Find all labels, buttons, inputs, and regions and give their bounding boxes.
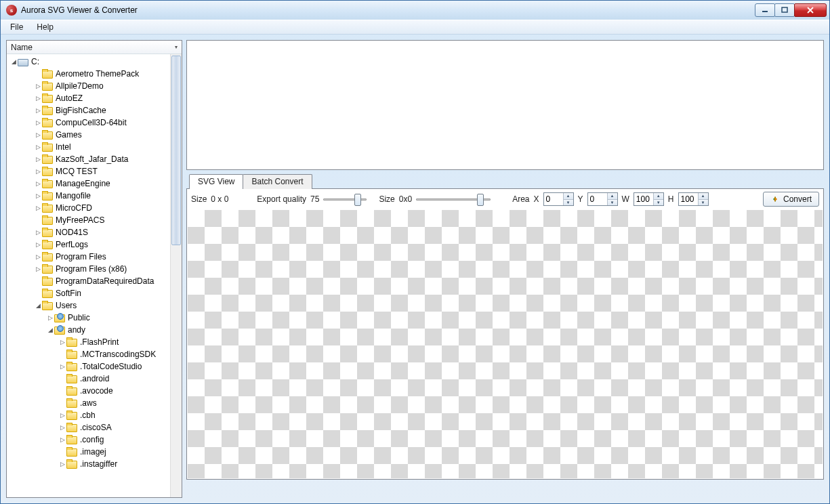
tree-node[interactable]: ▷.avocode [7,385,170,397]
area-h-spinner[interactable]: ▲▼ [678,192,709,206]
tree-node[interactable]: ▷AutoEZ [7,92,170,104]
expander-closed-icon[interactable]: ▷ [34,95,42,102]
spin-down-icon[interactable]: ▼ [564,200,573,206]
area-w-input[interactable] [634,193,653,205]
tree-node[interactable]: ▷.aws [7,397,170,409]
expander-closed-icon[interactable]: ▷ [58,339,66,345]
tree-node[interactable]: ▷.imagej [7,446,170,458]
tree-node[interactable]: ◢Users [7,299,170,312]
expander-closed-icon[interactable]: ▷ [58,412,66,419]
tree-node[interactable]: ▷MyFreePACS [7,214,170,226]
tree-node[interactable]: ▷Allpile7Demo [7,80,170,92]
export-quality-slider[interactable] [323,193,367,205]
expander-open-icon[interactable]: ◢ [34,302,42,309]
tree-node[interactable]: ▷ManageEngine [7,177,170,190]
tree-node[interactable]: ▷BigFishCache [7,104,170,117]
spin-up-icon[interactable]: ▲ [699,193,708,200]
tree-scrollbar[interactable] [170,54,182,497]
area-h-label: H [668,194,674,204]
expander-closed-icon[interactable]: ▷ [58,363,66,370]
spin-down-icon[interactable]: ▼ [608,200,617,206]
expander-closed-icon[interactable]: ▷ [34,119,42,126]
tree-node[interactable]: ▷ProgramDataRequiredData [7,275,170,287]
scrollbar-thumb[interactable] [171,56,181,245]
tree-node[interactable]: ▷.instagiffer [7,458,170,470]
expander-closed-icon[interactable]: ▷ [34,229,42,236]
expander-closed-icon[interactable]: ▷ [34,266,42,272]
spin-down-icon[interactable]: ▼ [699,200,708,206]
tree-node[interactable]: ▷Program Files (x86) [7,263,170,275]
folder-icon [42,301,53,310]
expander-closed-icon[interactable]: ▷ [34,192,42,199]
tab-svg-view[interactable]: SVG View [189,174,243,189]
spin-down-icon[interactable]: ▼ [654,200,663,206]
minimize-button[interactable] [755,3,775,17]
tree-node[interactable]: ▷Program Files [7,251,170,263]
area-y-input[interactable] [588,193,607,205]
tree-node[interactable]: ▷.MCTranscodingSDK [7,348,170,360]
tree-node[interactable]: ▷Public [7,312,170,324]
tree-node[interactable]: ▷CompuCell3D-64bit [7,117,170,129]
tree-node[interactable]: ▷.TotalCodeStudio [7,360,170,373]
tree-node[interactable]: ▷Aerometro ThemePack [7,68,170,80]
area-x-input[interactable] [544,193,563,205]
expander-closed-icon[interactable]: ▷ [58,461,66,467]
tree-node[interactable]: ▷MCQ TEST [7,165,170,177]
maximize-button[interactable] [774,3,795,17]
expander-closed-icon[interactable]: ▷ [34,156,42,163]
expander-closed-icon[interactable]: ▷ [58,424,66,431]
tree-node[interactable]: ▷PerfLogs [7,238,170,251]
convert-button[interactable]: Convert [763,192,819,207]
tree-node[interactable]: ▷.cbh [7,409,170,421]
folder-icon [42,81,53,91]
expander-closed-icon[interactable]: ▷ [58,436,66,443]
area-x-spinner[interactable]: ▲▼ [543,192,574,206]
area-w-spinner[interactable]: ▲▼ [634,192,664,206]
spin-up-icon[interactable]: ▲ [564,193,573,200]
expander-closed-icon[interactable]: ▷ [34,83,42,89]
titlebar[interactable]: s Aurora SVG Viewer & Converter [1,1,829,20]
tree-node[interactable]: ▷.config [7,434,170,446]
tree-body[interactable]: ◢C:▷Aerometro ThemePack▷Allpile7Demo▷Aut… [7,54,170,497]
expander-closed-icon[interactable]: ▷ [34,241,42,248]
tree-node[interactable]: ▷SoftFin [7,287,170,299]
resize-slider[interactable] [416,193,491,205]
spin-up-icon[interactable]: ▲ [608,193,617,200]
expander-closed-icon[interactable]: ▷ [34,107,42,114]
expander-closed-icon[interactable]: ▷ [34,180,42,187]
tree-node[interactable]: ▷Intel [7,141,170,153]
tree-node-label: .cbh [80,411,96,420]
expander-closed-icon[interactable]: ▷ [34,205,42,211]
expander-closed-icon[interactable]: ▷ [34,253,42,260]
tree-node[interactable]: ▷NOD41S [7,226,170,238]
area-h-input[interactable] [679,193,698,205]
tree-node[interactable]: ▷.ciscoSA [7,421,170,434]
tab-batch-convert[interactable]: Batch Convert [243,174,312,189]
tree-node[interactable]: ▷KazSoft_Jafar_Data [7,153,170,165]
area-y-spinner[interactable]: ▲▼ [587,192,618,206]
close-button[interactable] [794,3,827,17]
transparency-canvas[interactable] [188,210,823,478]
convert-button-label: Convert [783,194,812,204]
spin-up-icon[interactable]: ▲ [654,193,663,200]
tree-header[interactable]: Name ▾ [7,41,182,54]
folder-icon [42,93,53,103]
tree-node[interactable]: ▷Games [7,129,170,141]
tree-node[interactable]: ▷.android [7,373,170,385]
tree-header-label: Name [11,43,33,52]
expander-open-icon[interactable]: ◢ [9,58,18,65]
expander-closed-icon[interactable]: ▷ [46,314,54,321]
expander-open-icon[interactable]: ◢ [46,327,54,333]
tree-node[interactable]: ▷Mangofile [7,190,170,202]
menu-file[interactable]: File [5,21,28,33]
expander-closed-icon[interactable]: ▷ [34,168,42,175]
expander-closed-icon[interactable]: ▷ [34,144,42,150]
tree-node[interactable]: ◢andy [7,324,170,336]
tree-node[interactable]: ▷.FlashPrint [7,336,170,348]
expander-closed-icon[interactable]: ▷ [34,131,42,138]
export-quality-label: Export quality [257,194,306,204]
menu-help[interactable]: Help [31,21,59,33]
tree-node[interactable]: ▷MicroCFD [7,202,170,214]
tree-node-label: Mangofile [56,191,91,201]
tree-node-root[interactable]: ◢C: [7,56,170,68]
